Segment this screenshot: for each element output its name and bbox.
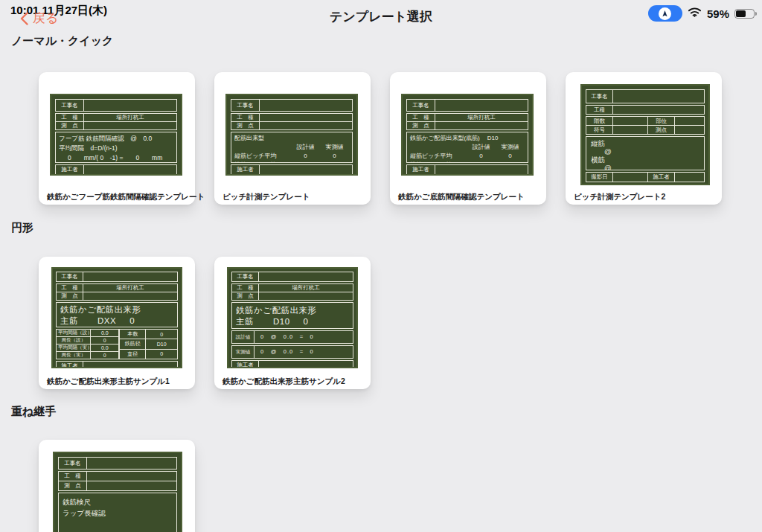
empty-cell [87,458,177,469]
empty-cell [83,292,178,301]
col-header-design: 設計値 [467,143,496,152]
section-header-normal-quick: ノーマル・クイック [11,34,113,48]
board-label-project: 工事名 [57,272,83,282]
board-label-contractor: 施工者 [232,361,259,369]
value-vertical-actual: 0 [496,152,525,161]
template-card-main-bar-sample-1[interactable]: 工事名 工 種場所打杭工 測 点 鉄筋かご配筋出来形 主筋DXX0 平均間隔（設… [39,257,195,389]
board-value-work-type: 場所打杭工 [435,114,528,122]
design-expression: 0 @ 0.0 = 0 [254,331,353,344]
board-label-project: 工事名 [231,100,260,112]
board-label-work-type: 工 種 [57,284,83,292]
col-header-actual: 実測値 [320,143,349,152]
template-card-bottom-bar-spacing[interactable]: 工事名 工 種場所打杭工 測 点 鉄筋かご配筋出来型(底筋)D10 設計値実測値… [390,72,546,205]
value-vertical-design: 0 [467,152,496,161]
empty-cell [260,165,353,175]
empty-cell [87,481,177,491]
template-caption: 鉄筋かご配筋出来形主筋サンプル2 [222,376,345,387]
grid-value-diameter: 0 [146,349,178,359]
value-horizontal-actual: 0 [320,161,349,163]
empty-cell [613,90,705,103]
template-card-pitch-2[interactable]: 工事名 工種 階数部位 符号測点 縦筋 @ 横筋 @ 撮影日施工者 ピッチ計測テ… [566,72,722,205]
grid-value-bar-dia: D10 [146,339,178,349]
board-body-line: 鉄筋検尺 [63,496,173,507]
template-card-hoop-spacing[interactable]: 工事名 工 種場所打杭工 測 点 フープ筋 鉄筋間隔確認 @ 0.0 平均間隔 … [39,72,195,205]
empty-cell [83,272,178,282]
grid-label-count: 本数 [120,330,146,339]
main-bar-label: 主筋 [60,315,78,327]
board-label-work-type: 工 種 [59,472,87,481]
empty-cell [435,100,528,112]
board-body-title: 鉄筋かご配筋出来形 [60,304,173,315]
empty-cell [260,100,353,112]
value-vertical-actual: 0 [320,152,349,161]
board-body-line: ラップ長確認 [63,507,173,519]
blackboard-preview: 工事名 工 種場所打杭工 測 点 フープ筋 鉄筋間隔確認 @ 0.0 平均間隔 … [50,94,182,176]
empty-cell [87,472,177,481]
row-label-horizontal-pitch: 横筋ピッチ平均 [410,161,467,163]
board-label-station: 測 点 [59,481,87,491]
row-label-vertical-pitch: 縦筋ピッチ平均 [410,152,467,161]
board-body-line-blank [63,519,173,530]
template-card-pitch[interactable]: 工事名 工 種 測 点 配筋出来型 設計値実測値 縦筋ピッチ平均00 横筋ピッチ… [214,72,371,205]
board-label-actual: 実測値 [232,346,254,359]
board-body-title: 鉄筋かご配筋出来形 [236,305,349,316]
board-label-contractor: 施工者 [407,165,435,175]
board-body-line: フープ筋 鉄筋間隔確認 @ 0.0 [59,134,173,144]
value-horizontal-design: 0 [291,161,320,163]
main-bar-label: 主筋 [236,316,254,327]
board-label-contractor: 施工者 [57,362,83,369]
board-label-project: 工事名 [59,458,87,469]
blackboard-preview: 工事名 工種 階数部位 符号測点 縦筋 @ 横筋 @ 撮影日施工者 [580,84,710,185]
board-body-vertical: 縦筋 [591,139,699,147]
template-card-main-bar-sample-2[interactable]: 工事名 工 種場所打杭工 測 点 鉄筋かご配筋出来形 主筋D100 設計値0 @… [214,257,371,389]
template-caption: ピッチ計測テンプレート [222,192,310,202]
board-body: 配筋出来型 設計値実測値 縦筋ピッチ平均00 横筋ピッチ平均00 [231,132,353,163]
board-body: 縦筋 @ 横筋 @ [586,136,705,170]
board-label-station: 測点 [648,126,675,135]
grid-value-avg-design: 0.0 [91,330,119,337]
empty-cell [435,165,528,175]
row-label-vertical-pitch: 縦筋ピッチ平均 [234,152,291,161]
board-label-part: 部位 [648,117,675,126]
board-label-project: 工事名 [232,272,259,282]
main-bar-diameter: D10 [273,316,290,327]
grid-label-bar-dia: 鉄筋径 [120,339,146,349]
page-title: テンプレート選択 [0,8,762,25]
grid-value-perim-design: 0 [91,337,119,344]
grid-label-avg-design: 平均間隔（設） [57,330,91,337]
board-body-horizontal: 横筋 [591,156,699,164]
empty-cell [259,292,353,301]
board-label-floors: 階数 [586,117,613,126]
board-label-project: 工事名 [586,90,613,103]
board-label-station: 測 点 [56,122,84,130]
value-vertical-design: 0 [291,152,320,161]
empty-cell [84,165,177,175]
board-label-contractor: 施工者 [231,165,260,175]
template-card-lap-length[interactable]: 工事名 工 種 測 点 鉄筋検尺 ラップ長確認 設計 d= 実測 [39,440,195,532]
empty-cell [675,126,705,135]
row-label-horizontal-pitch: 横筋ピッチ平均 [234,161,291,163]
board-body: フープ筋 鉄筋間隔確認 @ 0.0 平均間隔 d=D/(n-1) 0 mm/( … [55,132,177,163]
board-label-contractor: 施工者 [648,173,675,182]
empty-cell [613,117,648,126]
template-selection-screen: 10:01 11月27日(木) 59% 戻る テンプレート選択 ノーマル・クイッ… [0,0,762,532]
board-label-project: 工事名 [407,100,435,112]
main-bar-value: 0 [129,315,135,327]
empty-cell [259,361,353,369]
board-value-work-type: 場所打杭工 [259,284,353,292]
template-caption: 鉄筋かごフープ筋鉄筋間隔確認テンプレート [47,192,205,202]
empty-cell [84,100,177,112]
empty-cell [675,117,705,126]
grid-label-perim-design: 周長（設） [57,337,91,344]
board-label-project: 工事名 [56,100,84,112]
grid-value-perim-actual: 0 [91,352,119,359]
board-body: 鉄筋検尺 ラップ長確認 設計 d= 実測 [58,493,177,532]
board-label-work-type: 工 種 [231,114,260,122]
board-label-station: 測 点 [232,292,259,301]
blackboard-preview: 工事名 工 種場所打杭工 測 点 鉄筋かご配筋出来型(底筋)D10 設計値実測値… [401,94,534,176]
section-header-lap-joint: 重ね継手 [11,405,56,419]
main-bar-value: 0 [304,316,309,327]
board-label-work-type: 工 種 [232,284,259,292]
main-bar-diameter: DXX [97,315,116,327]
board-grid: 平均間隔（設）0.0 周長（設）0 平均間隔（実）0.0 周長（実）0 本数0 … [56,329,178,359]
